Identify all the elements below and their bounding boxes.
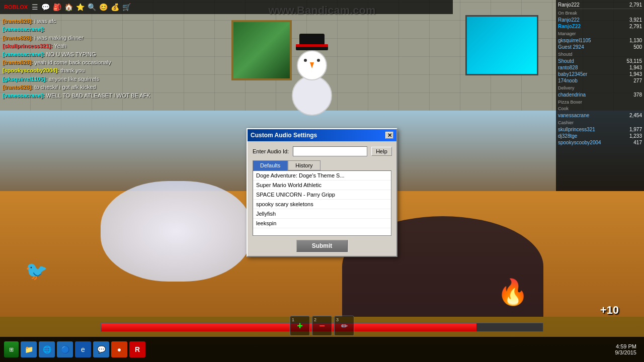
submit-row: Submit: [253, 240, 391, 252]
remove-tool-icon: −: [319, 320, 325, 332]
chat-username: [tranto828]:: [3, 35, 33, 41]
section-label-shoutd: Shoutd: [558, 52, 642, 57]
audio-dialog: Custom Audio Settings ✕ Enter Audio Id: …: [247, 128, 397, 257]
chat-username: [tranto828]:: [3, 18, 33, 24]
chat-line: [tranto828]: to checkif i got afk kicked: [3, 83, 174, 91]
fire-effect: 🔥: [497, 278, 528, 307]
score-row: Ranjo222 3,921: [558, 17, 642, 23]
cyan-screen: [465, 15, 538, 75]
chat-username: [tranto828]:: [3, 84, 33, 90]
taskbar-folder[interactable]: 📁: [21, 341, 37, 357]
clock: 4:59 PM: [615, 343, 636, 349]
chat-line: [skullprincess321]: Yeah: [3, 42, 174, 50]
section-label-cashier: Cashier: [558, 120, 642, 125]
chat-message: NO U WAS TYPING: [46, 51, 96, 57]
taskbar-ie[interactable]: 🔵: [57, 341, 73, 357]
search-icon[interactable]: 🔍: [88, 3, 96, 11]
taskbar-skype[interactable]: 💬: [93, 341, 109, 357]
home-icon[interactable]: 🏠: [64, 3, 73, 11]
health-fill: [101, 323, 476, 331]
chat-line: [tranto828]: i was afc: [3, 18, 174, 25]
start-button[interactable]: ⊞: [4, 341, 19, 357]
chat-username: [vanessacrane]:: [3, 51, 45, 57]
shop-icon[interactable]: 🛒: [122, 3, 131, 11]
player-score-2: 2,791: [629, 24, 642, 29]
wall-painting: [231, 20, 292, 80]
coins-icon[interactable]: 💰: [111, 3, 119, 11]
star-icon[interactable]: ⭐: [76, 3, 85, 11]
hotbar-slot-3[interactable]: 3 ✏: [334, 316, 354, 336]
taskbar-app1[interactable]: ●: [111, 341, 127, 357]
score-row: spookyscooby2004 417: [558, 139, 642, 146]
white-blob: [101, 181, 252, 282]
chat-line: [gksquirrel1105]: anyone like squirrels: [3, 75, 174, 83]
player-money: 2,791: [629, 2, 642, 8]
list-item-jellyfish[interactable]: Jellyfish: [253, 209, 391, 219]
chat-message: to checkif i got afk kicked: [35, 84, 96, 90]
section-label-cook: Cook: [558, 106, 642, 111]
audio-id-input[interactable]: [293, 146, 367, 156]
list-item[interactable]: Doge Adventure: Doge's Theme S...: [253, 171, 391, 180]
chat-panel: [tranto828]: i was afc [vanessacrane]: […: [3, 18, 174, 100]
chat-line: [spookyscooby2004]: thank you: [3, 67, 174, 74]
chat-message: Yeah: [54, 43, 67, 49]
score-row: Guest 2924 500: [558, 44, 642, 50]
chat-line: [tranto828]: yeah id come back occasiona…: [3, 59, 174, 66]
taskbar-roblox[interactable]: R: [129, 341, 145, 357]
list-item-leekspin[interactable]: leekspin: [253, 219, 391, 228]
chat-line: [vanessacrane]:: [3, 26, 174, 33]
slot-number: 2: [314, 317, 316, 322]
list-item-unicorn[interactable]: SPACE UNICORN - Parry Gripp: [253, 190, 391, 200]
taskbar-chrome[interactable]: 🌐: [39, 341, 55, 357]
chat-message: i was making dinner: [35, 35, 84, 41]
tab-history[interactable]: History: [288, 160, 320, 170]
hotbar-slot-1[interactable]: 1 +: [290, 316, 310, 336]
dialog-close-button[interactable]: ✕: [385, 132, 393, 139]
list-item-skeletons[interactable]: spooky scary skeletons: [253, 200, 391, 209]
chat-line: [vanessacrane]: WELL TO BAD ATLEASET I W…: [3, 92, 174, 100]
score-row: RanjoZ22 2,791: [558, 23, 642, 30]
chat-message: i was afc: [35, 18, 56, 24]
chat-line: [vanessacrane]: NO U WAS TYPING: [3, 51, 174, 58]
taskbar-browser[interactable]: e: [75, 341, 91, 357]
help-button[interactable]: Help: [371, 147, 392, 156]
backpack-icon[interactable]: 🎒: [53, 3, 61, 11]
dialog-title-bar: Custom Audio Settings ✕: [248, 129, 396, 141]
dialog-tabs: Defaults History: [253, 160, 391, 170]
submit-button[interactable]: Submit: [296, 240, 348, 252]
chat-message: anyone like squirrels: [49, 76, 99, 82]
top-bar: ROBLOX ☰ 💬 🎒 🏠 ⭐ 🔍 😊 💰 🛒: [0, 0, 453, 14]
date: 9/3/2015: [615, 349, 636, 355]
tab-defaults[interactable]: Defaults: [253, 160, 288, 170]
audio-id-row: Enter Audio Id: Help: [253, 146, 391, 156]
snowman: [292, 50, 332, 116]
taskbar-time: 4:59 PM 9/3/2015: [615, 343, 636, 355]
score-popup: +10: [600, 304, 619, 317]
hotbar-slot-2[interactable]: 2 −: [312, 316, 332, 336]
chat-username: [skullprincess321]:: [3, 43, 53, 49]
player-name-1: Ranjo222: [558, 17, 580, 23]
score-row: baby12345er 1,943: [558, 71, 642, 77]
section-label-pizza-boxer: Pizza Boxer: [558, 100, 642, 105]
roblox-logo: ROBLOX: [4, 4, 28, 10]
scoreboard-panel: Ranjo222 2,791 On Break Ranjo222 3,921 R…: [556, 0, 644, 191]
pen-tool-icon: ✏: [341, 321, 348, 331]
menu-icon[interactable]: ☰: [32, 3, 38, 11]
section-label-manager: Manager: [558, 31, 642, 36]
audio-list[interactable]: Doge Adventure: Doge's Theme S... Super …: [253, 170, 391, 236]
hotbar: 1 + 2 − 3 ✏: [290, 316, 354, 336]
section-label-on-break: On Break: [558, 11, 642, 16]
score-row: skullprincess321 1,977: [558, 126, 642, 133]
chat-message: yeah id come back occasionaly: [35, 59, 111, 65]
chicken-character: 🐦: [25, 260, 48, 282]
dialog-body: Enter Audio Id: Help Defaults History Do…: [248, 141, 396, 256]
emote-icon[interactable]: 😊: [99, 3, 108, 11]
nav-icons: ☰ 💬 🎒 🏠 ⭐ 🔍 😊 💰 🛒: [32, 3, 131, 11]
list-item-mario[interactable]: Super Mario World Athletic: [253, 180, 391, 190]
score-row: gksquirrel1105 1,130: [558, 37, 642, 44]
score-row: Shoutd 53,115: [558, 58, 642, 64]
score-row: 174noob 277: [558, 77, 642, 84]
chat-username: [tranto828]:: [3, 59, 33, 65]
chat-icon[interactable]: 💬: [41, 3, 50, 11]
chat-message: WELL TO BAD ATLEASET I WOT BE AFK: [46, 93, 150, 99]
